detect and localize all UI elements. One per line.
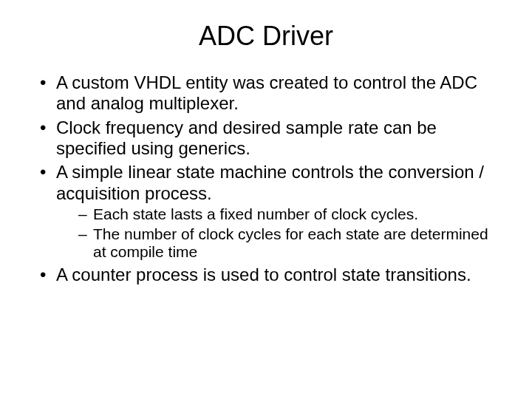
bullet-text: A custom VHDL entity was created to cont… [56,72,477,113]
list-item: A counter process is used to control sta… [35,265,497,285]
list-item: A custom VHDL entity was created to cont… [35,72,497,115]
slide: ADC Driver A custom VHDL entity was crea… [0,0,532,399]
list-item: Clock frequency and desired sample rate … [35,117,497,160]
bullet-text: A simple linear state machine controls t… [56,162,484,202]
sub-bullet-text: The number of clock cycles for each stat… [93,225,488,261]
list-item: A simple linear state machine controls t… [35,162,497,262]
bullet-text: A counter process is used to control sta… [56,265,471,284]
sub-list-item: The number of clock cycles for each stat… [77,225,497,262]
sub-bullet-list: Each state lasts a fixed number of clock… [56,205,497,262]
bullet-text: Clock frequency and desired sample rate … [56,117,437,158]
sub-bullet-text: Each state lasts a fixed number of clock… [93,205,418,222]
sub-list-item: Each state lasts a fixed number of clock… [77,205,497,224]
bullet-list: A custom VHDL entity was created to cont… [35,72,497,285]
slide-title: ADC Driver [35,21,497,52]
